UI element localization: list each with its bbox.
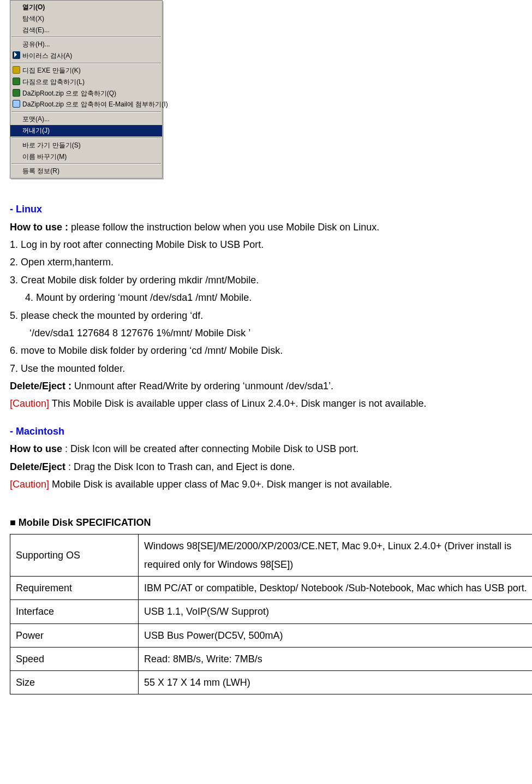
menu-item-rename[interactable]: 이름 바꾸기(M) [10, 151, 162, 163]
linux-section-header: - Linux [10, 200, 522, 218]
menu-item-label: DaZipRoot.zip 으로 압축하여 E-Mail에 첨부하기(I) [22, 100, 168, 108]
spec-pw-label: Power [10, 623, 139, 647]
eject-text: : Drag the Disk Icon to Trash can, and E… [65, 461, 295, 472]
eject-label: Delete/Eject [10, 461, 65, 472]
menu-item-explore[interactable]: 탐색(X) [10, 13, 162, 25]
linux-step: 1. Log in by root after connecting Mobil… [10, 236, 522, 253]
spec-req-value: IBM PC/AT or compatible, Desktop/ Notebo… [139, 577, 533, 600]
mac-eject-line: Delete/Eject : Drag the Disk Icon to Tra… [10, 458, 522, 476]
menu-item-format[interactable]: 포맷(A)... [10, 114, 162, 125]
linux-step: 2. Open xterm,hanterm. [10, 253, 522, 271]
spec-sz-label: Size [10, 670, 139, 694]
spec-if-label: Interface [10, 600, 139, 623]
linux-eject-line: Delete/Eject : Unmount after Read/Write … [10, 377, 522, 395]
table-row: Power USB Bus Power(DC5V, 500mA) [10, 623, 533, 647]
mac-section-header: - Macintosh [10, 423, 522, 440]
menu-item-daziproot-email[interactable]: DaZipRoot.zip 으로 압축하여 E-Mail에 첨부하기(I) [10, 99, 162, 110]
table-row: Supporting OS Windows 98[SE]/ME/2000/XP/… [10, 534, 533, 576]
table-row: Size 55 X 17 X 14 mm (LWH) [10, 670, 533, 694]
menu-item-label: 바이러스 검사(A) [22, 52, 72, 60]
menu-item-share[interactable]: 공유(H)... [10, 39, 162, 50]
linux-step: 5. please check the mounted by ordering … [10, 307, 522, 324]
menu-item-dzip-exe[interactable]: 디집 EXE 만들기(K) [10, 65, 162, 76]
caution-label: [Caution] [10, 398, 49, 409]
antivirus-icon [13, 51, 20, 59]
menu-item-label: 디집 EXE 만들기(K) [22, 67, 81, 74]
spec-sp-value: Read: 8MB/s, Write: 7MB/s [139, 647, 533, 670]
howto-text: : Disk Icon will be created after connec… [62, 443, 358, 454]
mac-howto-line: How to use : Disk Icon will be created a… [10, 440, 522, 458]
menu-item-open[interactable]: 열기(O) [10, 2, 162, 13]
menu-item-daziproot-zip[interactable]: DaZipRoot.zip 으로 압축하기(Q) [10, 88, 162, 99]
menu-separator [11, 63, 161, 64]
caution-text: This Mobile Disk is available upper clas… [49, 398, 427, 409]
eject-text: Unmount after Read/Write by ordering ‘un… [71, 381, 333, 391]
context-menu: 열기(O) 탐색(X) 검색(E)... 공유(H)... 바이러스 검사(A)… [10, 0, 163, 179]
spec-os-value: Windows 98[SE]/ME/2000/XP/2003/CE.NET, M… [139, 534, 533, 576]
eject-label: Delete/Eject : [10, 381, 71, 391]
menu-item-shortcut[interactable]: 바로 가기 만들기(S) [10, 140, 162, 151]
menu-item-virus-scan[interactable]: 바이러스 검사(A) [10, 50, 162, 62]
linux-step: 6. move to Mobile disk folder by orderin… [10, 342, 522, 359]
linux-step: 3. Creat Mobile disk folder by ordering … [10, 271, 522, 289]
archive-icon [13, 66, 20, 74]
archive-icon [13, 78, 20, 85]
mail-archive-icon [13, 100, 20, 108]
linux-howto-line: How to use : please follow the instructi… [10, 218, 522, 236]
menu-item-label: DaZipRoot.zip 으로 압축하기(Q) [22, 90, 116, 97]
linux-step-output: ‘/dev/sda1 127684 8 127676 1%/mnt/ Mobil… [10, 324, 522, 342]
howto-label: How to use : [10, 222, 68, 233]
table-row: Speed Read: 8MB/s, Write: 7MB/s [10, 647, 533, 670]
menu-item-properties[interactable]: 등록 정보(R) [10, 165, 162, 177]
spec-title: ■ Mobile Disk SPECIFICATION [10, 514, 522, 531]
menu-item-search[interactable]: 검색(E)... [10, 25, 162, 36]
mac-caution-line: [Caution] Mobile Disk is available upper… [10, 476, 522, 493]
linux-step: 7. Use the mounted folder. [10, 360, 522, 377]
spec-req-label: Requirement [10, 577, 139, 600]
table-row: Interface USB 1.1, VoIP(S/W Supprot) [10, 600, 533, 623]
caution-text: Mobile Disk is available upper class of … [49, 479, 392, 490]
linux-step: 4. Mount by ordering ‘mount /dev/sda1 /m… [10, 289, 522, 306]
spec-table: Supporting OS Windows 98[SE]/ME/2000/XP/… [10, 534, 532, 694]
menu-separator [11, 163, 161, 164]
archive-icon [13, 89, 20, 97]
spec-os-label: Supporting OS [10, 534, 139, 576]
menu-item-eject[interactable]: 꺼내기(J) [10, 125, 162, 136]
menu-item-dazip-compress[interactable]: 다짐으로 압축하기(L) [10, 76, 162, 88]
spec-if-value: USB 1.1, VoIP(S/W Supprot) [139, 600, 533, 623]
spec-sz-value: 55 X 17 X 14 mm (LWH) [139, 670, 533, 694]
howto-text: please follow the instruction below when… [68, 222, 379, 233]
spec-pw-value: USB Bus Power(DC5V, 500mA) [139, 623, 533, 647]
table-row: Requirement IBM PC/AT or compatible, Des… [10, 577, 533, 600]
menu-separator [11, 138, 161, 139]
menu-separator [11, 111, 161, 112]
howto-label: How to use [10, 443, 62, 454]
spec-sp-label: Speed [10, 647, 139, 670]
caution-label: [Caution] [10, 479, 49, 490]
menu-separator [11, 37, 161, 38]
menu-item-label: 다짐으로 압축하기(L) [22, 78, 85, 86]
linux-caution-line: [Caution] This Mobile Disk is available … [10, 395, 522, 412]
